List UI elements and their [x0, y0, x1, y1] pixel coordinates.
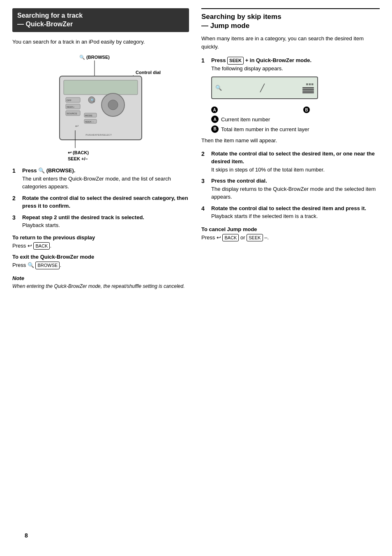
right-intro: When many items are in a category, you c…: [201, 35, 380, 51]
label-a-row: A Current item number: [211, 116, 380, 124]
svg-text:MODE: MODE: [85, 114, 92, 117]
page-number: 8: [25, 532, 28, 539]
page-wrapper: Searching for a track — Quick-BrowZer Yo…: [12, 8, 380, 547]
display-bar-1: [302, 87, 314, 88]
display-panel-area: 🔍 ╱ ≡≡≡: [211, 76, 380, 113]
svg-text:PUSH/ENTER/SELECT: PUSH/ENTER/SELECT: [85, 134, 112, 136]
right-column: Searching by skip items — Jump mode When…: [201, 8, 380, 290]
right-sub-1: To cancel Jump mode Press ↩ BACK or SEEK…: [201, 226, 380, 242]
browse-key: BROWSE: [35, 262, 60, 269]
ab-descriptions: A Current item number B Total item numbe…: [211, 116, 380, 133]
svg-text:SEEK +/–: SEEK +/–: [68, 156, 88, 161]
display-eq-icon: ≡≡≡: [306, 82, 314, 86]
svg-text:Control dial: Control dial: [136, 70, 161, 75]
left-sub-2: To exit the Quick-BrowZer mode Press 🔍 B…: [12, 254, 189, 269]
display-search-icon: 🔍: [215, 85, 222, 91]
back-key: BACK: [33, 242, 50, 250]
left-title-box: Searching for a track — Quick-BrowZer: [12, 8, 189, 32]
svg-text:🔍: 🔍: [90, 98, 95, 103]
right-step-4: 4 Rotate the control dial to select the …: [201, 204, 380, 220]
svg-text:OFF: OFF: [67, 99, 71, 102]
display-label-a: A: [211, 107, 218, 113]
device-diagram-area: 🔍 (BROWSE) Control dial OFF SEEK+: [12, 51, 189, 162]
right-title-area: Searching by skip items — Jump mode: [201, 8, 380, 30]
left-note: Note When entering the Quick-BrowZer mod…: [12, 275, 189, 290]
label-b-row: B Total item number in the current layer: [211, 125, 380, 134]
display-bar-3: [302, 90, 314, 92]
svg-text:SOURCE: SOURCE: [67, 112, 77, 115]
left-intro: You can search for a track in an iPod ea…: [12, 38, 189, 46]
display-bar-4: [302, 92, 314, 93]
svg-text:SEEK+: SEEK+: [67, 106, 75, 108]
then-text: Then the item name will appear.: [201, 137, 380, 145]
back-key-right: BACK: [222, 234, 239, 242]
right-step-1: 1 Press SEEK + in Quick-BrowZer mode. Th…: [201, 56, 380, 72]
display-label-b: B: [303, 107, 310, 113]
left-step-1: 1 Press 🔍 (BROWSE). The unit enters the …: [12, 167, 189, 191]
svg-point-15: [108, 100, 118, 110]
svg-rect-5: [64, 80, 138, 95]
left-column: Searching for a track — Quick-BrowZer Yo…: [12, 8, 189, 290]
display-panel: 🔍 ╱ ≡≡≡: [211, 76, 318, 99]
circle-a-desc: A: [211, 116, 219, 123]
circle-a: A: [211, 107, 218, 113]
display-ab-labels: A B: [211, 107, 318, 113]
display-right-section: ≡≡≡: [302, 82, 314, 93]
device-diagram-svg: 🔍 (BROWSE) Control dial OFF SEEK+: [31, 51, 171, 162]
left-steps: 1 Press 🔍 (BROWSE). The unit enters the …: [12, 167, 189, 229]
left-title: Searching for a track — Quick-BrowZer: [17, 12, 184, 29]
svg-text:SEEK –: SEEK –: [85, 120, 94, 123]
left-step-2: 2 Rotate the control dial to select the …: [12, 194, 189, 210]
seek-key-1: SEEK: [227, 57, 244, 65]
left-sub-1: To return to the previous display Press …: [12, 234, 189, 250]
seek-key-right: SEEK: [247, 234, 263, 242]
right-step-3: 3 Press the control dial. The display re…: [201, 177, 380, 201]
page-layout: Searching for a track — Quick-BrowZer Yo…: [12, 8, 380, 290]
left-step-3: 3 Repeat step 2 until the desired track …: [12, 213, 189, 229]
svg-text:🔍 (BROWSE): 🔍 (BROWSE): [79, 54, 110, 60]
circle-b: B: [303, 107, 310, 113]
svg-text:↩ (BACK): ↩ (BACK): [68, 150, 89, 155]
right-step-2: 2 Rotate the control dial to select the …: [201, 150, 380, 174]
circle-b-desc: B: [211, 125, 219, 133]
display-slash: ╱: [260, 83, 265, 93]
display-bar-2: [302, 89, 314, 90]
svg-text:↩: ↩: [75, 124, 78, 128]
right-title: Searching by skip items — Jump mode: [201, 12, 380, 30]
display-bars: [302, 87, 314, 93]
